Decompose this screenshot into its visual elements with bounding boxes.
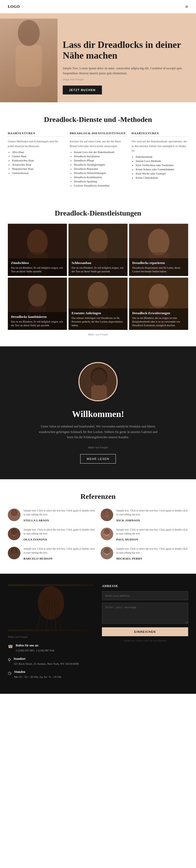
service-col2-heading: DREADLOCK-DIENSTLEISTUNGEN: [70, 132, 127, 136]
list-item[interactable]: Dreadlock-Pflege: [74, 159, 127, 162]
list-item[interactable]: Instant Locs mit der Hakelmethode: [74, 150, 127, 154]
ref-avatar-4: [8, 547, 21, 559]
gallery-item-desc-2: Dreadlocks-Reparaturen sind für Leute, d…: [132, 266, 185, 273]
ref-avatar-2: [8, 528, 21, 540]
list-item: Gemischtrasse: [12, 172, 65, 175]
service-col1-text: Unsere Methoden und Erfahrungen sind für…: [8, 139, 65, 148]
gallery-item-0[interactable]: Zündschloss Das ist ein Blindtext. Er so…: [8, 224, 67, 276]
list-item: Keine Schere oder Gummibänder: [136, 168, 188, 171]
gallery-item-5[interactable]: Dreadlock-Erweiterungen Das ist ein Blin…: [129, 278, 188, 330]
ref-content-4: Sample text. Click to select the text bo…: [24, 547, 95, 561]
references-title: Referenzen: [8, 492, 188, 501]
list-item[interactable]: Dreadlock-Installation: [74, 155, 127, 158]
ref-name-1: NICK JOHNSON: [116, 519, 140, 522]
reference-item-2: Sample text. Click to select the text bo…: [8, 528, 95, 541]
location-icon: ⚲: [8, 657, 11, 662]
footer-hours: ◷ Stunden Mo–Fr : 10 – 20 Uhr, Sa, So : …: [8, 670, 94, 679]
svg-rect-1: [16, 45, 42, 87]
ref-avatar-0: [8, 508, 21, 521]
gallery-item-desc-0: Das ist ein Blindtext. Er soll lediglich…: [11, 266, 64, 273]
service-col2-list: Instant Locs mit der Hakelmethode Dreadl…: [70, 150, 127, 187]
services-section: Dreadlock-Dienste und -Methoden HAARTEXT…: [0, 102, 196, 198]
gallery-item-desc-1: Das ist ein Blindtext. Er soll lediglich…: [72, 266, 124, 273]
footer-image: [8, 584, 94, 631]
svg-point-19: [149, 284, 169, 308]
svg-point-10: [148, 229, 170, 256]
ref-content-5: Sample text. Click to select the text bo…: [116, 547, 188, 561]
list-item: Asiatisches Haar: [12, 163, 65, 166]
references-section: Referenzen Sample text. Click to select …: [0, 479, 196, 574]
ref-text-3: Sample text. Click to select the text bo…: [116, 528, 188, 535]
welcome-avatar: [78, 362, 118, 401]
list-item: Kaukasisches Haar: [12, 159, 65, 162]
gallery-item-title-2: Dreadlocks reparieren: [132, 261, 185, 265]
hero-content: Lass dir Dreadlocks in deiner Nähe mache…: [58, 29, 196, 102]
ref-text-0: Sample text. Click to select the text bo…: [24, 508, 95, 517]
welcome-title: Willkommen!: [72, 409, 124, 419]
svg-point-23: [91, 367, 107, 386]
footer-hours-text: Mo–Fr : 10 – 20 Uhr, Sa, So : 9 – 19 Uhr: [14, 675, 61, 679]
menu-icon[interactable]: ≡: [185, 4, 188, 10]
gallery-item-desc-5: Das ist ein Blindtext, der zu zeigen ist…: [132, 316, 185, 327]
svg-point-30: [104, 510, 110, 516]
phone-icon: ☎: [8, 644, 13, 649]
gallery-item-4[interactable]: Erneutes Anbringen Das erneute Anbringen…: [68, 278, 128, 330]
svg-point-33: [11, 529, 17, 535]
ref-content-1: Sample text. Click to select the text bo…: [116, 508, 188, 522]
gallery-item-desc-4: Das erneute Anbringen von Dreadlocks ist…: [72, 316, 124, 327]
navbar: logo ≡: [0, 0, 196, 13]
footer-left: Bilder von Freepik ☎ Rufen Sie uns an 1 …: [8, 584, 94, 683]
ref-name-4: BARCELO HUDSON: [24, 557, 53, 560]
ref-text-1: Sample text. Click to select the text bo…: [116, 508, 188, 517]
gallery-image-credit: Bilder von Freepik: [8, 333, 188, 336]
svg-point-4: [27, 229, 48, 255]
address-input[interactable]: [102, 591, 188, 600]
footer-contact-heading: Adresse: [102, 584, 188, 588]
ref-name-5: MICHAEL PERRY: [116, 557, 142, 560]
services-grid: HAARTEXTUREN Unsere Methoden und Erfahru…: [8, 132, 188, 188]
svg-rect-24: [91, 385, 107, 401]
list-item: Glattes Haar: [12, 155, 65, 158]
list-item: Kein Wachs oder Fasergel: [136, 172, 188, 175]
book-now-button[interactable]: JETZT BUCHEN: [63, 86, 102, 94]
ref-text-4: Sample text. Click to select the text bo…: [24, 547, 95, 555]
welcome-image-credit: Bilder von Freepik: [88, 446, 108, 449]
ref-name-3: PAUL HUDSON: [116, 538, 138, 541]
gallery-section: Dreadlock-Dienstleistungen Zündschloss D…: [0, 198, 196, 346]
svg-point-13: [28, 284, 47, 307]
mehr-lesen-button[interactable]: MEHR LESEN: [80, 454, 116, 464]
reference-item-4: Sample text. Click to select the text bo…: [8, 547, 95, 561]
service-col3-list: Hakelmethode Instant Locs-Methode Kein V…: [131, 155, 188, 179]
list-item[interactable]: Dreadlock-Weiterbildungen: [74, 172, 127, 175]
gallery-item-2[interactable]: Dreadlocks reparieren Dreadlocks-Reparat…: [129, 224, 188, 276]
list-item[interactable]: Dreadlock-Verlängerungen: [74, 163, 127, 166]
list-item[interactable]: Dreadlock-Reparatur: [74, 167, 127, 170]
list-item: Afro-Haar: [12, 150, 65, 154]
welcome-text: Unser Salon ist einladend und komfortabe…: [35, 424, 161, 440]
list-item[interactable]: Lockere Dreadlocks festziehen: [74, 184, 127, 187]
ref-text-5: Sample text. Click to select the text bo…: [116, 547, 188, 555]
submit-button[interactable]: EINREICHEN: [102, 627, 188, 636]
reference-item-0: Sample text. Click to select the text bo…: [8, 508, 95, 522]
reference-item-5: Sample text. Click to select the text bo…: [101, 547, 188, 561]
gallery-item-desc-3: Das ist ein Blindtext. Er soll lediglich…: [11, 320, 64, 327]
ref-content-3: Sample text. Click to select the text bo…: [116, 528, 188, 541]
gallery-item-3[interactable]: Dreadlocks kombinieren Das ist ein Blind…: [8, 278, 67, 330]
ref-content-0: Sample text. Click to select the text bo…: [24, 508, 95, 522]
service-col1-heading: HAARTEXTUREN: [8, 132, 65, 136]
list-item[interactable]: Dreadlock-Kombination: [74, 176, 127, 179]
gallery-item-title-4: Erneutes Anbringen: [72, 311, 124, 315]
gallery-grid: Zündschloss Das ist ein Blindtext. Er so…: [8, 224, 188, 330]
message-input[interactable]: [102, 603, 188, 624]
gallery-item-1[interactable]: Schlossanbau Das ist ein Blindtext. Er s…: [68, 224, 128, 276]
reference-item-1: Sample text. Click to select the text bo…: [101, 508, 188, 522]
footer-image-credit: Bilder von Freepik: [8, 636, 94, 638]
svg-point-36: [104, 529, 110, 535]
svg-point-42: [104, 548, 110, 554]
svg-point-27: [11, 509, 17, 517]
ref-content-2: Sample text. Click to select the text bo…: [24, 528, 95, 541]
svg-point-16: [88, 282, 108, 308]
ref-avatar-1: [101, 508, 113, 521]
service-col2-text: Klicken Sie auf einen Link, um die für I…: [70, 139, 127, 148]
list-item[interactable]: Dreadlock-Spaltung: [74, 180, 127, 183]
